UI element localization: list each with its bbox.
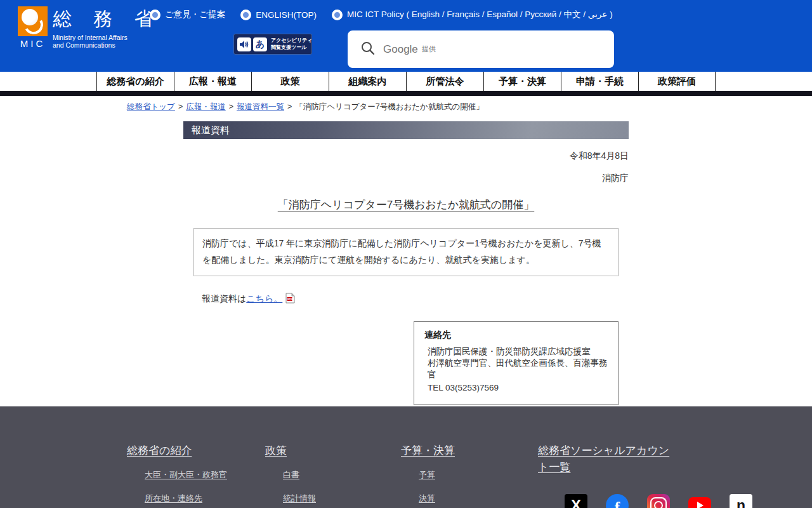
footer-link-location[interactable]: 所在地・連絡先 [145, 493, 260, 504]
footer-col-policy: 政策 白書 統計情報 意見募集(パブリック・コメント) [265, 443, 396, 508]
footer-col-budget: 予算・決算 予算 決算 [401, 443, 533, 508]
footer-heading-social[interactable]: 総務省ソーシャルアカウント一覧 [538, 444, 669, 473]
article-summary-box: 消防庁では、平成17 年に東京消防庁に配備した消防庁ヘリコプター1号機おおたかを… [193, 228, 619, 276]
search-placeholder: Google [383, 43, 418, 56]
contact-details: 消防庁国民保護・防災部防災課広域応援室 村澤航空専門官、田代航空企画係長、百瀬事… [428, 346, 609, 394]
nav-laws[interactable]: 所管法令 [406, 72, 483, 91]
article-date: 令和8年4月8日 [183, 150, 629, 162]
footer-link-statistics[interactable]: 統計情報 [283, 493, 396, 504]
hiragana-a-icon: あ [253, 37, 267, 51]
site-search-input[interactable]: Google 提供 [348, 30, 614, 68]
svg-text:PDF: PDF [288, 298, 294, 301]
accessibility-tool-button[interactable]: あ アクセシビリティ 閲覧支援ツール [233, 34, 312, 55]
breadcrumb-current: 「消防庁ヘリコプター7号機おおたか就航式の開催」 [295, 102, 483, 111]
instagram-icon[interactable] [647, 494, 670, 508]
global-nav: 総務省の紹介 広報・報道 政策 組織案内 所管法令 予算・決算 申請・手続 政策… [0, 72, 812, 91]
x-icon[interactable]: X [565, 494, 587, 508]
search-icon [360, 41, 376, 58]
facebook-icon[interactable]: f [606, 494, 629, 508]
article-title: 「消防庁ヘリコプター7号機おおたか就航式の開催」 [183, 197, 629, 212]
nav-divider-bar [0, 91, 812, 96]
mic-logo-acronym: MIC [18, 38, 48, 49]
press-material-pdf-link[interactable]: こちら。 [246, 293, 282, 305]
site-header: MIC 総 務 省 Ministry of Internal Affairs a… [0, 0, 812, 72]
pdf-icon[interactable]: PDF [285, 293, 295, 305]
article-agency: 消防庁 [183, 173, 629, 184]
mic-logo[interactable]: MIC 総 務 省 Ministry of Internal Affairs a… [18, 6, 162, 50]
nav-about[interactable]: 総務省の紹介 [96, 72, 174, 91]
nav-organization[interactable]: 組織案内 [329, 72, 406, 91]
footer-link-budget[interactable]: 予算 [419, 469, 533, 481]
nav-policy[interactable]: 政策 [251, 72, 329, 91]
circle-bullet-icon [332, 10, 343, 20]
nav-budget[interactable]: 予算・決算 [483, 72, 561, 91]
footer-col-social: 総務省ソーシャルアカウント一覧 [538, 443, 676, 476]
footer-heading-about[interactable]: 総務省の紹介 [127, 444, 192, 457]
nav-policy-evaluation[interactable]: 政策評価 [638, 72, 716, 91]
contact-persons: 村澤航空専門官、田代航空企画係長、百瀬事務官 [428, 358, 609, 380]
circle-bullet-icon [150, 10, 160, 20]
social-icons-row: X f n [565, 494, 771, 508]
article-content: 報道資料 令和8年4月8日 消防庁 「消防庁ヘリコプター7号機おおたか就航式の開… [183, 121, 629, 433]
ministry-subtitle: Ministry of Internal Affairs and Communi… [53, 34, 162, 50]
press-release-section-bar: 報道資料 [183, 121, 629, 139]
contact-office: 消防庁国民保護・防災部防災課広域応援室 [428, 346, 609, 358]
site-footer: 総務省の紹介 大臣・副大臣・政務官 所在地・連絡先 採用情報 政策 白書 統計情… [0, 406, 812, 508]
youtube-icon[interactable] [688, 494, 711, 508]
breadcrumb-home[interactable]: 総務省トップ [127, 102, 175, 111]
footer-heading-policy[interactable]: 政策 [265, 444, 287, 457]
english-link[interactable]: ENGLISH(TOP) [240, 10, 317, 20]
footer-link-settlement[interactable]: 決算 [419, 493, 533, 504]
breadcrumb-press-list[interactable]: 報道資料一覧 [237, 102, 284, 111]
nav-public-relations[interactable]: 広報・報道 [174, 72, 251, 91]
press-material-line: 報道資料はこちら。 PDF [202, 293, 629, 305]
ict-policy-link[interactable]: MIC ICT Policy ( English / Français / Es… [332, 9, 613, 20]
breadcrumb: 総務省トップ>広報・報道>報道資料一覧>「消防庁ヘリコプター7号機おおたか就航式… [127, 102, 812, 112]
speaker-icon [237, 37, 251, 51]
accessibility-button-label: アクセシビリティ 閲覧支援ツール [271, 37, 313, 51]
feedback-link[interactable]: ご意見・ご提案 [150, 9, 225, 20]
mic-logo-icon [18, 6, 48, 36]
mic-logo-mark: MIC [18, 6, 48, 50]
contact-tel: TEL 03(5253)7569 [428, 382, 609, 394]
ministry-title: 総 務 省 [53, 6, 162, 32]
contact-heading: 連絡先 [424, 330, 609, 341]
breadcrumb-pr[interactable]: 広報・報道 [186, 102, 226, 111]
contact-box: 連絡先 消防庁国民保護・防災部防災課広域応援室 村澤航空専門官、田代航空企画係長… [414, 321, 619, 405]
footer-col-about: 総務省の紹介 大臣・副大臣・政務官 所在地・連絡先 採用情報 [127, 443, 260, 508]
footer-link-whitepaper[interactable]: 白書 [283, 469, 396, 481]
note-icon[interactable]: n [730, 494, 752, 508]
search-placeholder-suffix: 提供 [422, 44, 436, 54]
header-utility-links: ご意見・ご提案 ENGLISH(TOP) MIC ICT Policy ( En… [150, 9, 613, 20]
circle-bullet-icon [240, 10, 251, 20]
footer-heading-budget[interactable]: 予算・決算 [401, 444, 455, 457]
footer-link-ministers[interactable]: 大臣・副大臣・政務官 [145, 469, 260, 481]
nav-applications[interactable]: 申請・手続 [561, 72, 638, 91]
